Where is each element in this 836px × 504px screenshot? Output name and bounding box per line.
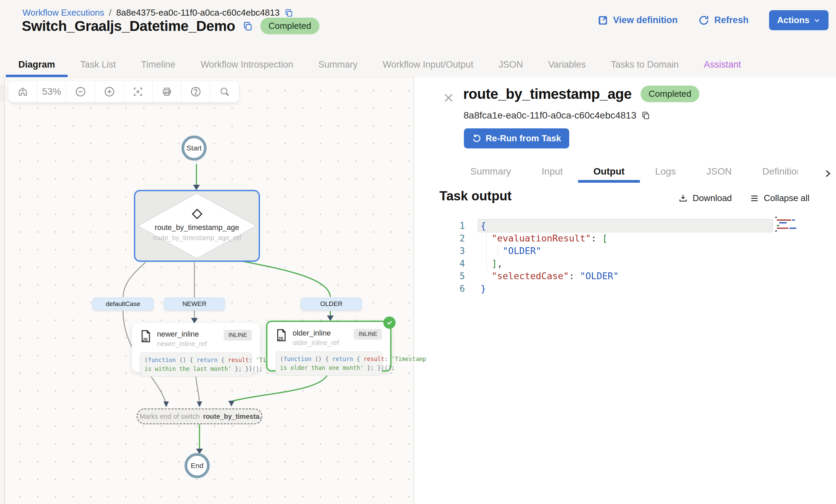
help-icon — [190, 86, 202, 97]
start-label: Start — [187, 144, 202, 152]
branch-label-text: NEWER — [182, 300, 207, 308]
copy-icon[interactable] — [243, 21, 253, 31]
chevron-right-icon[interactable] — [822, 168, 833, 179]
task-node-older-inline[interactable]: JS older_inline older_inline_ref INLINE … — [266, 321, 391, 372]
code-line: 5 "selectedCase": "OLDER" — [414, 270, 836, 282]
js-file-icon: JS — [140, 330, 152, 343]
refresh-icon — [698, 15, 710, 26]
download-icon — [678, 194, 688, 203]
end-switch-comment: // Marks end of switch — [137, 413, 200, 420]
code-line: 2 "evaluationResult": [ — [414, 232, 836, 245]
tab-variables[interactable]: Variables — [536, 54, 598, 77]
tab-timeline[interactable]: Timeline — [128, 54, 188, 77]
print-icon — [161, 86, 172, 97]
switch-node[interactable]: route_by_timestamp_age route_by_timestam… — [134, 190, 260, 262]
task-tab-json[interactable]: JSON — [691, 163, 747, 183]
line-number: 3 — [414, 246, 465, 256]
start-node[interactable]: Start — [181, 136, 207, 161]
workflow-status-badge: Completed — [260, 18, 319, 34]
switch-name: route_by_timestamp_age — [155, 223, 239, 232]
tab-assistant[interactable]: Assistant — [691, 54, 754, 77]
end-switch-name: route_by_timesta... — [203, 413, 262, 420]
task-node-newer-inline[interactable]: JS newer_inline newer_inline_ref INLINE … — [132, 323, 260, 372]
help-button[interactable] — [181, 81, 210, 102]
check-icon — [383, 317, 396, 329]
branch-label-older[interactable]: OLDER — [301, 298, 362, 310]
task-status-badge: Completed — [641, 86, 700, 102]
tab-summary[interactable]: Summary — [306, 54, 370, 77]
tab-tasks-to-domain[interactable]: Tasks to Domain — [598, 54, 691, 77]
diagram-edges — [0, 78, 414, 504]
diamond-icon — [192, 209, 202, 219]
branch-label-text: defaultCase — [106, 300, 140, 308]
zoom-out-button[interactable] — [66, 81, 95, 102]
breadcrumb-workflow-executions-link[interactable]: Workflow Executions — [22, 7, 104, 18]
actions-button[interactable]: Actions — [769, 10, 829, 30]
rerun-from-task-button[interactable]: Re-Run from Task — [464, 128, 569, 148]
task-tab-summary[interactable]: Summary — [455, 163, 526, 183]
task-name: newer_inline — [157, 330, 218, 339]
download-button[interactable]: Download — [678, 193, 732, 203]
svg-text:JS: JS — [143, 337, 148, 342]
print-button[interactable] — [153, 81, 181, 102]
line-number: 6 — [414, 284, 465, 294]
diagram-toolbar: 53% — [8, 81, 239, 102]
page-header: Workflow Executions / 8a8e4375-ea0c-11f0… — [0, 0, 836, 77]
diagram-canvas[interactable]: 53% — [0, 77, 414, 504]
zoom-level: 53% — [37, 81, 66, 102]
undo-icon — [472, 134, 482, 143]
code-line: 4 ], — [414, 257, 836, 270]
code-line: 3 "OLDER" — [414, 245, 836, 257]
search-icon — [219, 86, 230, 97]
close-icon[interactable] — [442, 92, 455, 105]
branch-label-newer[interactable]: NEWER — [164, 298, 225, 310]
end-node[interactable]: End — [185, 453, 210, 478]
end-switch-node[interactable]: // Marks end of switch route_by_timesta.… — [137, 409, 262, 424]
copy-icon[interactable] — [284, 8, 293, 17]
line-number: 5 — [414, 271, 465, 281]
refresh-button[interactable]: Refresh — [698, 15, 749, 26]
tab-workflow-input-output[interactable]: Workflow Input/Output — [370, 54, 486, 77]
task-tab-input[interactable]: Input — [526, 163, 578, 183]
task-name: older_inline — [293, 329, 348, 338]
section-title: Task output — [439, 189, 512, 203]
zoom-in-button[interactable] — [95, 81, 124, 102]
fit-view-icon — [133, 86, 143, 97]
task-ref: older_inline_ref — [293, 339, 348, 347]
collapse-all-button[interactable]: Collapse all — [750, 193, 809, 203]
code-line: 1 { — [414, 219, 836, 232]
task-tab-logs[interactable]: Logs — [640, 163, 691, 183]
task-title: route_by_timestamp_age — [463, 86, 632, 102]
task-output-editor[interactable]: 1 { 2 "evaluationResult": [ 3 "OLDER" 4 … — [414, 216, 836, 295]
task-detail-panel: route_by_timestamp_age Completed 8a8fca1… — [414, 77, 836, 504]
home-button[interactable] — [8, 81, 37, 102]
line-number: 1 — [414, 221, 465, 231]
tab-json[interactable]: JSON — [486, 54, 536, 77]
task-id: 8a8fca1e-ea0c-11f0-a0ca-c60c4ebc4813 — [464, 110, 637, 121]
collapse-all-icon — [750, 194, 759, 203]
collapse-all-label: Collapse all — [764, 193, 809, 203]
copy-icon[interactable] — [641, 111, 650, 120]
branch-label-defaultcase[interactable]: defaultCase — [92, 298, 154, 310]
task-type-badge: INLINE — [224, 330, 252, 341]
tab-workflow-introspection[interactable]: Workflow Introspection — [188, 54, 306, 77]
task-tab-output[interactable]: Output — [578, 163, 640, 183]
task-type-badge: INLINE — [354, 329, 382, 340]
zoom-out-icon — [75, 86, 86, 97]
search-button[interactable] — [210, 81, 239, 102]
home-icon — [17, 86, 28, 97]
task-tab-definition[interactable]: Definition — [747, 163, 798, 183]
actions-label: Actions — [777, 15, 809, 25]
zoom-in-icon — [104, 86, 115, 97]
branch-label-text: OLDER — [320, 300, 342, 308]
fit-view-button[interactable] — [124, 81, 153, 102]
task-code-preview: (function () { return { result: 'Timesta… — [276, 352, 382, 376]
breadcrumb-execution-id: 8a8e4375-ea0c-11f0-a0ca-c60c4ebc4813 — [116, 7, 280, 18]
tab-task-list[interactable]: Task List — [68, 54, 128, 77]
svg-text:JS: JS — [278, 336, 283, 341]
tab-diagram[interactable]: Diagram — [6, 54, 68, 77]
line-number: 2 — [414, 233, 465, 244]
view-definition-button[interactable]: View definition — [597, 15, 678, 26]
end-label: End — [191, 462, 203, 470]
breadcrumb: Workflow Executions / 8a8e4375-ea0c-11f0… — [22, 7, 293, 18]
